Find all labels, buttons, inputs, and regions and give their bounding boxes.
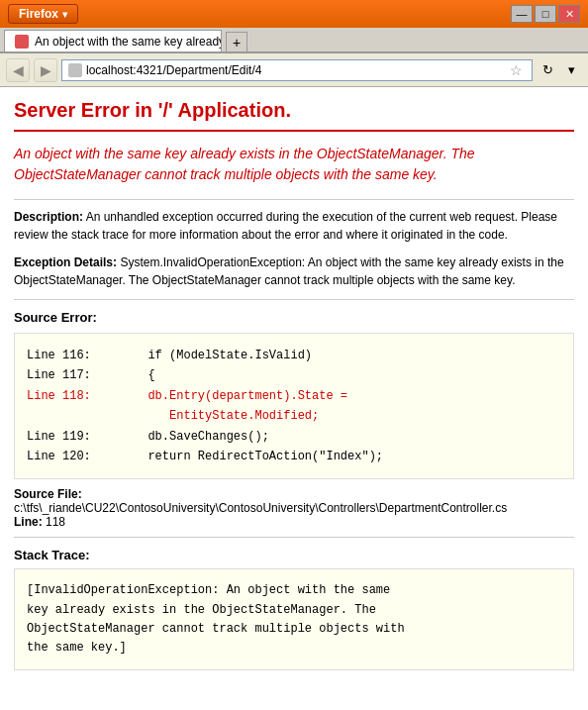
active-tab[interactable]: An object with the same key already exis…: [4, 30, 222, 51]
code-line-119: Line 119: db.SaveChanges();: [27, 427, 561, 447]
address-text: localhost:4321/Department/Edit/4: [86, 63, 261, 77]
divider-1: [14, 199, 574, 200]
source-file-section: Source File: c:\tfs\_riande\CU22\Contoso…: [14, 487, 574, 529]
browser-content: Server Error in '/' Application. An obje…: [0, 87, 588, 710]
navbar: ◀ ▶ localhost:4321/Department/Edit/4 ☆ ↻…: [0, 53, 588, 87]
code-block: Line 116: if (ModelState.IsValid) Line 1…: [14, 333, 574, 479]
exception-label: Exception Details:: [14, 255, 117, 269]
divider-3: [14, 537, 574, 538]
firefox-menu-button[interactable]: Firefox: [8, 4, 78, 24]
source-error-label: Source Error:: [14, 310, 574, 325]
line-label: Line:: [14, 515, 43, 529]
site-icon: [68, 63, 82, 77]
window-controls: — □ ✕: [511, 5, 580, 23]
source-file-path: c:\tfs\_riande\CU22\ContosoUniversity\Co…: [14, 501, 507, 515]
line-number: 118: [46, 515, 65, 529]
forward-button[interactable]: ▶: [34, 58, 57, 82]
maximize-button[interactable]: □: [535, 5, 556, 23]
page-title: Server Error in '/' Application.: [14, 99, 574, 132]
code-line-116: Line 116: if (ModelState.IsValid): [27, 346, 561, 365]
code-line-118: Line 118: db.Entry(department).State = E…: [27, 386, 561, 427]
refresh-area: ↻ ▾: [537, 59, 582, 81]
back-button[interactable]: ◀: [6, 58, 30, 82]
description-text: An unhandled exception occurred during t…: [14, 210, 557, 242]
new-tab-button[interactable]: +: [226, 32, 247, 51]
minimize-button[interactable]: —: [511, 5, 533, 23]
tab-bar: An object with the same key already exis…: [0, 28, 588, 53]
code-line-117: Line 117: {: [27, 365, 561, 385]
stack-trace-block: [InvalidOperationException: An object wi…: [14, 568, 574, 670]
firefox-label: Firefox: [19, 7, 58, 21]
source-file-label: Source File:: [14, 487, 82, 501]
refresh-button[interactable]: ↻: [537, 59, 558, 81]
tab-favicon: [15, 35, 29, 49]
bookmark-star: ☆: [506, 62, 526, 78]
divider-2: [14, 299, 574, 300]
tab-label: An object with the same key already exis…: [35, 35, 222, 49]
description-section: Description: An unhandled exception occu…: [14, 208, 574, 244]
address-bar[interactable]: localhost:4321/Department/Edit/4 ☆: [61, 59, 533, 81]
stack-trace-text: [InvalidOperationException: An object wi…: [27, 581, 561, 658]
exception-section: Exception Details: System.InvalidOperati…: [14, 254, 574, 289]
go-button[interactable]: ▾: [560, 59, 582, 81]
stack-trace-label: Stack Trace:: [14, 548, 574, 562]
error-message: An object with the same key already exis…: [14, 144, 574, 185]
code-line-120: Line 120: return RedirectToAction("Index…: [27, 447, 561, 466]
close-button[interactable]: ✕: [558, 5, 580, 23]
description-label: Description:: [14, 210, 83, 224]
titlebar: Firefox — □ ✕: [0, 0, 588, 28]
